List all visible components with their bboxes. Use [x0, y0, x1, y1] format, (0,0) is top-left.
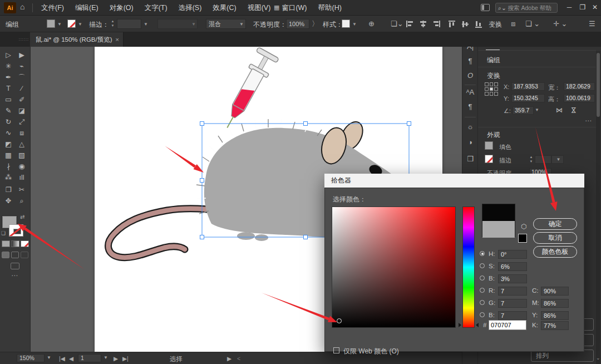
minimize-button[interactable]: ─	[563, 0, 575, 14]
style-swatch[interactable]	[342, 19, 350, 28]
curvature-tool[interactable]: ⌒	[16, 72, 28, 83]
mouse-paw[interactable]	[237, 232, 255, 240]
paintbrush-tool[interactable]: ✐	[16, 95, 28, 105]
stroke-color-swatch[interactable]	[67, 19, 76, 28]
blend-tool[interactable]: ◉	[16, 161, 28, 172]
b2-field[interactable]: 7	[498, 311, 527, 320]
hue-slider-marker-left[interactable]	[459, 323, 461, 327]
hue-slider[interactable]	[462, 206, 475, 328]
dialog-title[interactable]: 拾色器	[324, 174, 584, 188]
selection-handle[interactable]	[200, 235, 204, 239]
screen-mode-button[interactable]	[11, 263, 19, 269]
magic-wand-tool[interactable]: ✳	[2, 61, 14, 72]
chevron-down-icon[interactable]: ▼	[104, 355, 108, 360]
draw-inside-mode-button[interactable]	[21, 252, 28, 258]
symbol-sprayer-tool[interactable]: ⁂	[2, 173, 14, 183]
r-radio[interactable]	[480, 288, 485, 293]
search-input[interactable]: ⌕⌄ 搜索 Adobe 帮助	[495, 3, 558, 13]
closest-web-color-swatch[interactable]	[518, 234, 527, 243]
chevron-down-icon[interactable]: ▼	[535, 107, 539, 112]
hand-tool[interactable]: ✥	[2, 196, 14, 206]
rotate-tool[interactable]: ↻	[2, 117, 14, 127]
appearance-fill-swatch[interactable]	[485, 141, 493, 150]
stroke-weight-field[interactable]	[117, 19, 141, 29]
workspace-switcher-icon[interactable]: ▦ ⌄	[274, 4, 287, 11]
flip-horizontal-icon[interactable]: ⋈	[556, 106, 563, 114]
s-field[interactable]: 6%	[498, 262, 527, 271]
selection-handle[interactable]	[304, 122, 308, 126]
free-transform-tool[interactable]: ⧈	[16, 128, 28, 139]
x-field[interactable]: 187.9353	[511, 82, 545, 91]
menu-edit[interactable]: 编辑(E)	[70, 0, 104, 16]
y-field[interactable]: 150.3245	[511, 94, 545, 102]
gradient-button[interactable]	[11, 240, 19, 247]
close-button[interactable]: ✕	[589, 0, 601, 14]
perspective-grid-tool[interactable]: △	[16, 139, 28, 150]
h-field[interactable]: 0°	[498, 250, 527, 259]
lasso-tool[interactable]: ⌁	[16, 61, 28, 72]
status-collapse-icon[interactable]: ˂	[237, 355, 240, 362]
s-radio[interactable]	[480, 263, 485, 268]
menu-view[interactable]: 视图(V)	[242, 0, 277, 16]
height-field[interactable]: 100.0619	[564, 94, 595, 102]
color-field-marker[interactable]	[337, 318, 342, 323]
align-bottom-icon[interactable]	[475, 21, 482, 28]
select-similar-dropdown-icon[interactable]: ✛ ⌄	[553, 19, 567, 28]
slice-tool[interactable]: ✂	[16, 185, 28, 195]
chevron-down-icon[interactable]: ▼	[239, 22, 244, 27]
panel-menu-icon[interactable]: ☰	[589, 19, 595, 28]
opacity-field[interactable]: 100%	[286, 19, 309, 29]
paragraph-panel-icon[interactable]: ¶	[462, 57, 478, 65]
align-vcenter-icon[interactable]	[462, 21, 469, 28]
symbols-panel-icon[interactable]: ❒	[462, 155, 478, 163]
color-button[interactable]	[2, 240, 10, 247]
r-field[interactable]: 7	[498, 287, 527, 296]
b2-radio[interactable]	[480, 312, 485, 317]
stroke-weight-stepper[interactable]: ▲▼	[528, 155, 534, 165]
document-setup-icon[interactable]: ❏⌄	[391, 19, 403, 28]
pen-tool[interactable]: ✒	[2, 72, 14, 83]
m-field[interactable]: 86%	[541, 299, 569, 308]
stroke-weight-stepper[interactable]: ▲▼	[110, 19, 116, 29]
flip-vertical-icon[interactable]: ⋈	[570, 107, 578, 114]
gradient-tool[interactable]: ▧	[16, 150, 28, 161]
reference-point-locator[interactable]	[485, 82, 498, 96]
chevron-down-icon[interactable]: ▼	[191, 22, 196, 27]
ai-logo-icon[interactable]: Ai	[4, 2, 16, 13]
scroll-down-icon[interactable]: ⌄	[596, 355, 600, 361]
g-field[interactable]: 7	[498, 299, 527, 308]
previous-artboard-icon[interactable]: ◀	[69, 355, 73, 362]
toolbar-more-icon[interactable]: ⋯	[11, 272, 18, 279]
chevron-down-icon[interactable]: ▼	[352, 22, 357, 27]
web-colors-only-checkbox[interactable]	[333, 347, 339, 353]
scale-tool[interactable]: ⤢	[16, 117, 28, 127]
align-top-icon[interactable]	[449, 21, 455, 28]
y-field[interactable]: 86%	[541, 311, 569, 320]
align-left-icon[interactable]	[406, 21, 413, 27]
none-button[interactable]	[21, 240, 29, 247]
menu-type[interactable]: 文字(T)	[139, 0, 173, 16]
color-swatches-button[interactable]: 颜色色板	[533, 246, 577, 258]
arrange-dropdown-icon[interactable]: ❏ ⌄	[525, 19, 540, 28]
hue-slider-marker-right[interactable]	[476, 323, 479, 327]
swap-fill-stroke-icon[interactable]: ⇄	[20, 214, 24, 220]
document-tab[interactable]: 鼠.ai* @ 150% (RGB/预览) ×	[30, 32, 124, 47]
expand-arrow-icon[interactable]: 〉	[312, 19, 319, 28]
last-artboard-icon[interactable]: ▶|	[122, 355, 129, 362]
menu-object[interactable]: 对象(O)	[104, 0, 139, 16]
hex-field[interactable]: 070707	[489, 320, 526, 330]
type-tool[interactable]: T	[2, 83, 14, 94]
direct-selection-tool[interactable]: ▷	[2, 50, 14, 61]
opentype-panel-icon[interactable]: O	[462, 71, 478, 80]
close-tab-icon[interactable]: ×	[115, 32, 119, 47]
stroke-weight-dropdown[interactable]: ▼	[551, 155, 564, 164]
home-icon[interactable]: ⌂	[20, 2, 24, 11]
rectangle-tool[interactable]: ▭	[2, 95, 14, 105]
eyedropper-tool[interactable]: ∤	[2, 161, 14, 172]
h-radio[interactable]	[480, 251, 485, 256]
artboard-tool[interactable]: ❐	[2, 185, 14, 195]
ok-button[interactable]: 确定	[533, 218, 577, 230]
zoom-tool[interactable]: ⌕	[16, 196, 28, 206]
first-artboard-icon[interactable]: |◀	[59, 355, 65, 362]
chevron-down-icon[interactable]: ▼	[144, 22, 148, 27]
